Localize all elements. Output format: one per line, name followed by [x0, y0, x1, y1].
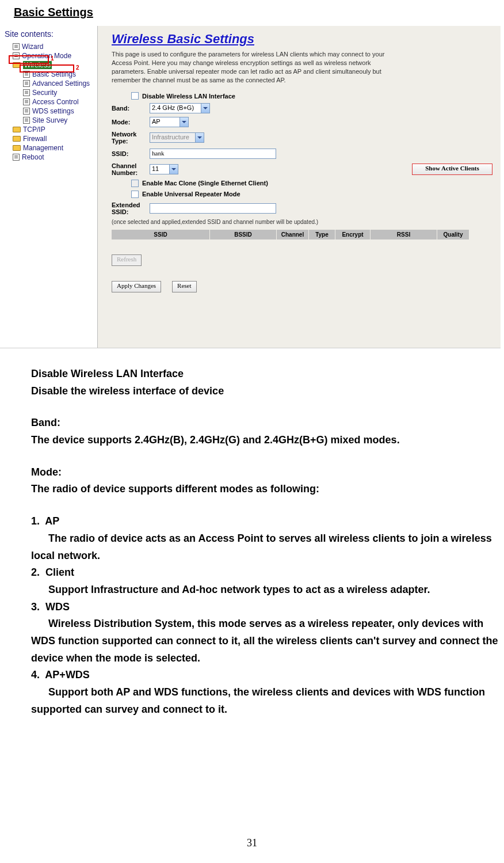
sidebar-item-label: Advanced Settings [32, 79, 90, 88]
extssid-note: (once selected and applied,extended SSID… [112, 219, 492, 225]
refresh-button: Refresh [112, 254, 142, 266]
sidebar-item-management[interactable]: Management [2, 143, 95, 153]
sidebar-item-label: Firewall [23, 135, 47, 143]
column-header: Encrypt [335, 230, 370, 239]
sidebar-item-basic-settings[interactable]: Basic Settings [2, 70, 95, 79]
column-header: Channel [277, 230, 308, 239]
sidebar-item-label: TCP/IP [23, 126, 45, 134]
mode-item-title: 2. Client [31, 564, 498, 581]
sidebar-item-advanced-settings[interactable]: Advanced Settings [2, 79, 95, 88]
chevron-down-icon [180, 117, 188, 127]
sidebar-item-label: Wireless [23, 61, 52, 69]
band-desc: The device supports 2.4GHz(B), 2.4GHz(G)… [31, 432, 498, 449]
sidebar-item-label: Operation Mode [22, 52, 71, 60]
sidebar: Site contents: WizardOperation ModeWirel… [0, 26, 98, 348]
mode-select[interactable]: AP [150, 117, 189, 127]
sidebar-item-label: Access Control [32, 98, 79, 106]
sidebar-item-tcp-ip[interactable]: TCP/IP [2, 125, 95, 134]
disable-checkbox[interactable] [131, 92, 139, 100]
sidebar-item-label: Wizard [22, 43, 43, 51]
sidebar-item-wizard[interactable]: Wizard [2, 42, 95, 51]
mode-item-desc: Support Infrastructure and Ad-hoc networ… [31, 581, 498, 599]
mode-item-title: 3. WDS [31, 599, 498, 616]
table-header: SSIDBSSIDChannelTypeEncryptRSSIQuality [112, 230, 492, 239]
folder-icon [13, 136, 21, 142]
sidebar-item-wds-settings[interactable]: WDS settings [2, 107, 95, 116]
mode-label: Mode: [112, 119, 146, 126]
channel-value: 11 [152, 165, 159, 172]
sidebar-item-wireless[interactable]: Wireless [2, 60, 95, 70]
page-icon [23, 117, 30, 124]
mode-item: 2. Client Support Infrastructure and Ad-… [31, 564, 498, 598]
sidebar-item-reboot[interactable]: Reboot [2, 153, 95, 162]
band-value: 2.4 GHz (B+G) [152, 104, 194, 111]
band-heading: Band: [31, 415, 498, 432]
document-body: Disable Wireless LAN Interface Disable t… [0, 348, 504, 718]
mode-desc: The radio of device supports different m… [31, 481, 498, 498]
page-number: 31 [0, 837, 504, 849]
disable-heading: Disable Wireless LAN Interface [31, 366, 498, 383]
sidebar-item-access-control[interactable]: Access Control [2, 97, 95, 107]
column-header: SSID [112, 230, 209, 239]
universal-repeater-checkbox[interactable] [131, 191, 139, 198]
disable-desc: Disable the wireless interface of device [31, 383, 498, 400]
extssid-input[interactable] [150, 203, 276, 214]
content-title: Wireless Basic Settings [112, 32, 492, 47]
mac-clone-checkbox[interactable] [131, 180, 139, 187]
embedded-screenshot: Site contents: WizardOperation ModeWirel… [0, 26, 501, 348]
marker-1-label: 1 [51, 55, 54, 62]
nettype-value: Infrastructure [152, 134, 189, 140]
mode-heading: Mode: [31, 464, 498, 481]
chevron-down-icon [201, 104, 209, 113]
disable-label: Disable Wireless LAN Interface [142, 93, 235, 100]
column-header: RSSI [371, 230, 437, 239]
show-active-clients-button[interactable]: Show Active Clients [412, 164, 492, 175]
sidebar-item-firewall[interactable]: Firewall [2, 134, 95, 143]
page-icon [23, 71, 30, 78]
nettype-label: Network Type: [112, 131, 146, 145]
folder-icon [13, 62, 21, 68]
content-panel: Wireless Basic Settings This page is use… [104, 26, 501, 348]
extssid-label: Extended SSID: [112, 202, 146, 215]
mode-item-desc: Support both AP and WDS functions, the w… [31, 684, 498, 718]
disable-row: Disable Wireless LAN Interface [112, 92, 492, 100]
sidebar-item-operation-mode[interactable]: Operation Mode [2, 51, 95, 60]
sidebar-item-security[interactable]: Security [2, 88, 95, 97]
sidebar-item-site-survey[interactable]: Site Survey [2, 116, 95, 125]
mode-item: 1. AP The radio of device acts as an Acc… [31, 513, 498, 564]
page-icon [13, 52, 20, 59]
universal-repeater-label: Enable Universal Repeater Mode [142, 191, 240, 197]
folder-icon [13, 127, 21, 132]
sidebar-title: Site contents: [2, 29, 95, 39]
page-icon [13, 154, 20, 161]
nettype-select: Infrastructure [150, 132, 204, 143]
mode-item-title: 1. AP [31, 513, 498, 530]
ssid-input[interactable]: hank [150, 149, 276, 159]
ssid-value: hank [152, 150, 164, 157]
column-header: BSSID [210, 230, 276, 239]
page-title: Basic Settings [0, 0, 504, 26]
mode-value: AP [152, 118, 161, 125]
ssid-label: SSID: [112, 150, 146, 157]
channel-select[interactable]: 11 [150, 164, 178, 174]
column-header: Quality [437, 230, 469, 239]
sidebar-item-label: Security [32, 89, 57, 97]
apply-changes-button[interactable]: Apply Changes [112, 281, 161, 292]
mac-clone-label: Enable Mac Clone (Single Ethernet Client… [142, 180, 268, 187]
channel-label: Channel Number: [112, 162, 146, 176]
page-icon [23, 80, 30, 87]
content-description: This page is used to configure the param… [112, 50, 394, 84]
sidebar-item-label: WDS settings [32, 107, 74, 115]
mode-item-desc: Wireless Distribution System, this mode … [31, 615, 498, 667]
page-icon [23, 108, 30, 115]
sidebar-item-label: Management [23, 144, 63, 152]
reset-button[interactable]: Reset [172, 281, 196, 292]
mode-item-title: 4. AP+WDS [31, 667, 498, 684]
band-select[interactable]: 2.4 GHz (B+G) [150, 103, 210, 113]
chevron-down-icon [169, 165, 178, 174]
sidebar-item-label: Basic Settings [32, 70, 76, 78]
sidebar-item-label: Site Survey [32, 116, 67, 124]
band-label: Band: [112, 105, 146, 112]
marker-2-label: 2 [76, 64, 79, 71]
folder-icon [13, 145, 21, 151]
